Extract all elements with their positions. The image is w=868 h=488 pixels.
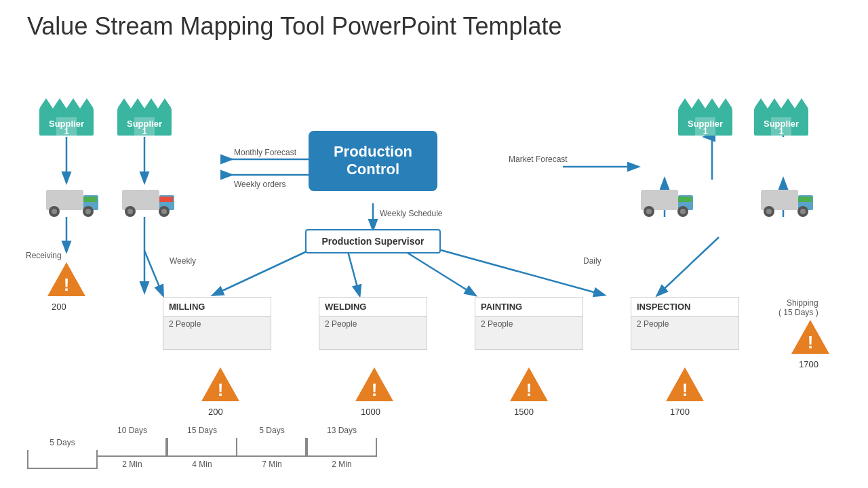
tl-min-5: 2 Min: [332, 460, 351, 469]
welding-header: WELDING: [319, 298, 427, 317]
production-supervisor-box: Production Supervisor: [305, 229, 441, 253]
production-control-box: Production Control: [309, 131, 437, 191]
tl-days-1: 5 Days: [50, 438, 75, 447]
tl-min-4: 7 Min: [262, 460, 281, 469]
tl-step-3: 15 Days 4 Min: [167, 426, 237, 469]
svg-marker-36: [692, 98, 705, 108]
production-supervisor-label: Production Supervisor: [322, 236, 425, 247]
svg-text:!: !: [526, 380, 532, 400]
inspection-value: 1700: [670, 407, 690, 417]
supplier-left-1: Supplier 1: [39, 92, 94, 136]
shipping-warning: !: [790, 319, 831, 359]
svg-line-17: [144, 251, 163, 295]
svg-point-62: [161, 209, 167, 214]
svg-marker-38: [719, 98, 732, 108]
svg-text:!: !: [218, 380, 224, 400]
svg-point-55: [85, 209, 91, 214]
process-welding: WELDING 2 People: [319, 297, 427, 350]
supplier-left-2: Supplier 1: [117, 92, 172, 136]
process-inspection: INSPECTION 2 People: [631, 297, 739, 350]
svg-text:1: 1: [142, 126, 146, 136]
svg-text:1: 1: [778, 126, 783, 136]
market-forecast-label: Market Forecast: [509, 155, 568, 164]
welding-value: 1000: [361, 407, 380, 417]
factory-icon-left-2: Supplier 1: [117, 92, 172, 136]
supplier-right-1: Supplier 1: [678, 92, 732, 136]
svg-line-11: [414, 243, 604, 295]
inspection-warning: !: [665, 366, 705, 406]
welding-people: 2 People: [319, 317, 427, 349]
svg-text:!: !: [372, 380, 378, 400]
tl-days-5: 13 Days: [327, 426, 357, 435]
svg-text:!: !: [64, 274, 70, 295]
svg-marker-35: [678, 98, 692, 108]
factory-icon-right-1: Supplier 1: [678, 92, 732, 136]
welding-warning: !: [354, 366, 395, 406]
process-milling: MILLING 2 People: [163, 297, 271, 350]
timeline: 5 Days 10 Days 2 Min 15 Days 4 M: [27, 422, 841, 469]
weekly-orders-label: Weekly orders: [234, 180, 285, 189]
receiving-warning: !: [46, 261, 87, 301]
tl-days-2: 10 Days: [117, 426, 147, 435]
truck-left-2: [115, 184, 176, 221]
painting-header: PAINTING: [475, 298, 583, 317]
svg-rect-56: [83, 197, 97, 202]
diagram-area: Supplier 1 Supplier 1 Supplier 1: [0, 54, 868, 488]
receiving-value: 200: [52, 302, 66, 312]
svg-point-53: [52, 209, 57, 214]
process-painting: PAINTING 2 People: [475, 297, 583, 350]
svg-text:1: 1: [703, 126, 707, 136]
factory-icon-left-1: Supplier 1: [39, 92, 94, 136]
shipping-label: Shipping( 15 Days ): [778, 298, 818, 317]
tl-days-3: 15 Days: [187, 426, 217, 435]
shipping-value: 1700: [799, 359, 818, 369]
factory-icon-right-2: Supplier 1: [754, 92, 808, 136]
svg-text:!: !: [808, 332, 814, 352]
tl-step-1: 5 Days: [27, 438, 98, 469]
svg-marker-37: [705, 98, 719, 108]
milling-header: MILLING: [163, 298, 271, 317]
svg-text:!: !: [682, 380, 688, 400]
svg-marker-28: [131, 98, 144, 108]
svg-marker-45: [781, 98, 795, 108]
svg-point-74: [766, 209, 772, 214]
svg-marker-20: [53, 98, 66, 108]
svg-marker-44: [768, 98, 781, 108]
svg-marker-21: [66, 98, 80, 108]
svg-marker-46: [795, 98, 808, 108]
svg-marker-27: [117, 98, 131, 108]
svg-marker-29: [144, 98, 158, 108]
inspection-people: 2 People: [631, 317, 738, 349]
painting-warning: !: [509, 366, 549, 406]
inspection-header: INSPECTION: [631, 298, 738, 317]
production-control-label: Production Control: [334, 143, 412, 178]
milling-people: 2 People: [163, 317, 271, 349]
weekly-schedule-label: Weekly Schedule: [380, 209, 443, 218]
svg-point-69: [680, 209, 686, 214]
truck-right-1: [634, 184, 695, 221]
svg-text:1: 1: [64, 126, 68, 136]
truck-left-1: [39, 184, 100, 221]
painting-people: 2 People: [475, 317, 583, 349]
tl-min-3: 4 Min: [192, 460, 212, 469]
tl-days-4: 5 Days: [259, 426, 284, 435]
svg-marker-22: [80, 98, 94, 108]
svg-marker-19: [39, 98, 53, 108]
milling-value: 200: [208, 407, 223, 417]
svg-marker-43: [754, 98, 768, 108]
svg-marker-30: [158, 98, 172, 108]
receiving-label: Receiving: [26, 251, 62, 260]
svg-point-67: [646, 209, 652, 214]
svg-point-60: [127, 209, 133, 214]
tl-min-2: 2 Min: [122, 460, 142, 469]
svg-point-76: [800, 209, 806, 214]
tl-step-4: 5 Days 7 Min: [237, 426, 307, 469]
svg-rect-70: [678, 197, 692, 202]
truck-right-2: [754, 184, 815, 221]
monthly-forecast-label: Monthly Forecast: [234, 148, 296, 157]
svg-line-16: [658, 237, 719, 295]
page-title: Value Stream Mapping Tool PowerPoint Tem…: [0, 0, 868, 41]
svg-rect-77: [798, 197, 812, 202]
tl-step-5: 13 Days 2 Min: [307, 426, 377, 469]
weekly-label: Weekly: [170, 256, 196, 266]
